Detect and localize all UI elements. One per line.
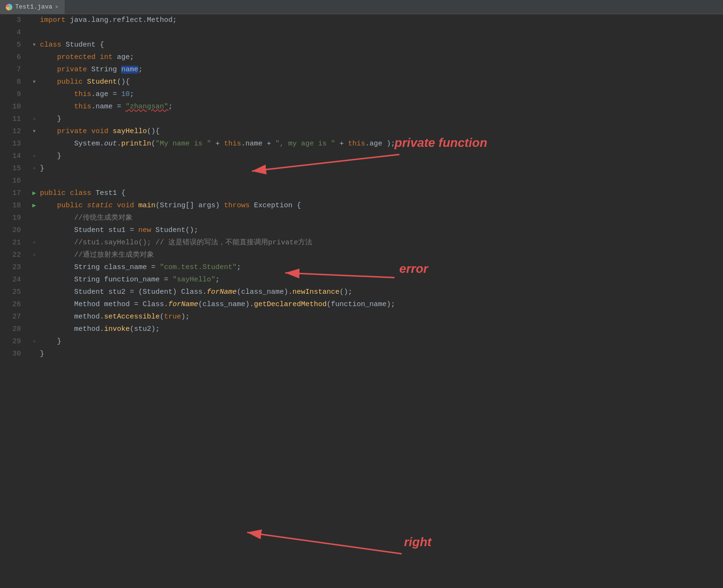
line-25: 25 Student stu2 = (Student) Class.forNam… xyxy=(5,286,723,299)
line-18: 18 ▶ public static void main(String[] ar… xyxy=(5,200,723,212)
line-30: 30 } xyxy=(5,348,723,360)
line-17: 17 ▶ public class Test1 { xyxy=(5,187,723,200)
line-24: 24 String function_name = "sayHello"; xyxy=(5,274,723,286)
line-29: 29 ○ } xyxy=(5,336,723,348)
tab-close-button[interactable]: × xyxy=(55,4,58,10)
line-7: 7 private String name; xyxy=(5,64,723,76)
line-8: 8 ▼ public Student(){ xyxy=(5,76,723,88)
tab-icon xyxy=(6,4,12,10)
line-3: 3 import java.lang.reflect.Method; xyxy=(5,14,723,27)
line-16: 16 xyxy=(5,175,723,187)
line-27: 27 method.setAccessible(true); xyxy=(5,311,723,323)
line-22: 22 ○ //通过放射来生成类对象 xyxy=(5,249,723,261)
line-26: 26 Method method = Class.forName(class_n… xyxy=(5,299,723,311)
line-28: 28 method.invoke(stu2); xyxy=(5,323,723,336)
line-6: 6 protected int age; xyxy=(5,51,723,64)
line-9: 9 this.age = 10; xyxy=(5,88,723,101)
tab-bar: Test1.java × xyxy=(0,0,723,14)
editor-area: private function error right 3 import ja… xyxy=(0,14,723,588)
line-14: 14 ○ } xyxy=(5,150,723,163)
line-13: 13 System.out.println("My name is " + th… xyxy=(5,138,723,150)
line-23: 23 String class_name = "com.test.Student… xyxy=(5,261,723,274)
tab-filename: Test1.java xyxy=(15,3,52,10)
line-11: 11 ○ } xyxy=(5,113,723,125)
annotation-error: error xyxy=(399,261,428,276)
line-10: 10 this.name = "zhangsan"; xyxy=(5,101,723,113)
line-20: 20 Student stu1 = new Student(); xyxy=(5,224,723,237)
line-5: 5 ▼ class Student { xyxy=(5,39,723,51)
line-19: 19 //传统生成类对象 xyxy=(5,212,723,224)
line-15: 15 ○ } xyxy=(5,163,723,175)
code-area[interactable]: private function error right 3 import ja… xyxy=(0,14,723,588)
annotation-right: right xyxy=(404,535,432,549)
line-12: 12 ▼ private void sayHello(){ xyxy=(5,125,723,138)
annotation-private-function: private function xyxy=(395,135,487,150)
line-21: 21 ○ //stu1.sayHello(); // 这是错误的写法，不能直接调… xyxy=(5,237,723,249)
line-4: 4 xyxy=(5,27,723,39)
tab-test1[interactable]: Test1.java × xyxy=(0,0,65,14)
svg-line-3 xyxy=(247,532,402,554)
